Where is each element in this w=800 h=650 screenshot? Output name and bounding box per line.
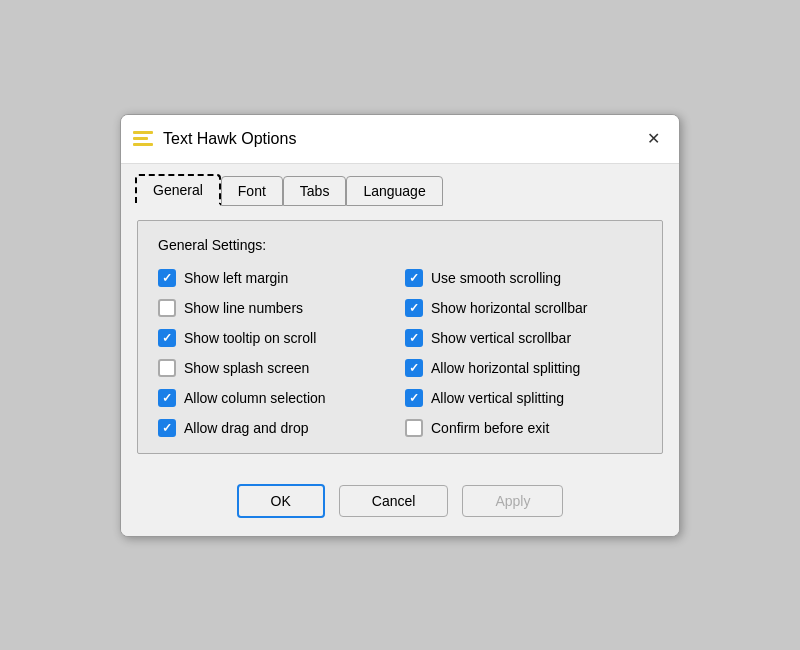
tab-general[interactable]: General <box>135 174 221 206</box>
close-button[interactable]: ✕ <box>639 125 667 153</box>
options-dialog: Text Hawk Options ✕ General Font Tabs La… <box>120 114 680 537</box>
checkbox-label: Show line numbers <box>184 300 303 316</box>
checkbox-show-splash-screen[interactable]: Show splash screen <box>158 359 395 377</box>
checkbox-label: Allow column selection <box>184 390 326 406</box>
checkbox-indicator <box>405 269 423 287</box>
checkbox-use-smooth-scrolling[interactable]: Use smooth scrolling <box>405 269 642 287</box>
tab-bar: General Font Tabs Language <box>121 164 679 206</box>
checkbox-label: Allow drag and drop <box>184 420 309 436</box>
checkbox-indicator <box>405 419 423 437</box>
title-bar: Text Hawk Options ✕ <box>121 115 679 164</box>
tab-font[interactable]: Font <box>221 176 283 206</box>
checkbox-label: Confirm before exit <box>431 420 549 436</box>
checkbox-indicator <box>405 389 423 407</box>
tab-tabs[interactable]: Tabs <box>283 176 347 206</box>
checkbox-indicator <box>405 299 423 317</box>
checkbox-label: Show vertical scrollbar <box>431 330 571 346</box>
checkbox-indicator <box>158 329 176 347</box>
checkbox-allow-column-selection[interactable]: Allow column selection <box>158 389 395 407</box>
checkbox-indicator <box>158 419 176 437</box>
dialog-title: Text Hawk Options <box>163 130 296 148</box>
checkbox-indicator <box>158 389 176 407</box>
checkbox-allow-horizontal-splitting[interactable]: Allow horizontal splitting <box>405 359 642 377</box>
tab-content: General Settings: Show left margin Use s… <box>121 206 679 468</box>
checkbox-label: Use smooth scrolling <box>431 270 561 286</box>
checkbox-confirm-before-exit[interactable]: Confirm before exit <box>405 419 642 437</box>
checkbox-label: Show splash screen <box>184 360 309 376</box>
checkbox-label: Show tooltip on scroll <box>184 330 316 346</box>
checkboxes-grid: Show left margin Use smooth scrolling Sh… <box>158 269 642 437</box>
checkbox-indicator <box>158 359 176 377</box>
checkbox-label: Show left margin <box>184 270 288 286</box>
title-bar-left: Text Hawk Options <box>133 130 296 148</box>
checkbox-indicator <box>405 329 423 347</box>
tab-language[interactable]: Language <box>346 176 442 206</box>
checkbox-label: Show horizontal scrollbar <box>431 300 587 316</box>
checkbox-allow-vertical-splitting[interactable]: Allow vertical splitting <box>405 389 642 407</box>
apply-button[interactable]: Apply <box>462 485 563 517</box>
checkbox-label: Allow horizontal splitting <box>431 360 580 376</box>
general-settings-group: General Settings: Show left margin Use s… <box>137 220 663 454</box>
checkbox-show-tooltip-on-scroll[interactable]: Show tooltip on scroll <box>158 329 395 347</box>
checkbox-indicator <box>405 359 423 377</box>
cancel-button[interactable]: Cancel <box>339 485 449 517</box>
checkbox-allow-drag-and-drop[interactable]: Allow drag and drop <box>158 419 395 437</box>
checkbox-show-line-numbers[interactable]: Show line numbers <box>158 299 395 317</box>
ok-button[interactable]: OK <box>237 484 325 518</box>
checkbox-show-vertical-scrollbar[interactable]: Show vertical scrollbar <box>405 329 642 347</box>
app-icon <box>133 131 153 146</box>
checkbox-show-left-margin[interactable]: Show left margin <box>158 269 395 287</box>
checkbox-show-horizontal-scrollbar[interactable]: Show horizontal scrollbar <box>405 299 642 317</box>
checkbox-indicator <box>158 269 176 287</box>
checkbox-indicator <box>158 299 176 317</box>
group-title: General Settings: <box>158 237 642 253</box>
dialog-footer: OK Cancel Apply <box>121 468 679 536</box>
checkbox-label: Allow vertical splitting <box>431 390 564 406</box>
